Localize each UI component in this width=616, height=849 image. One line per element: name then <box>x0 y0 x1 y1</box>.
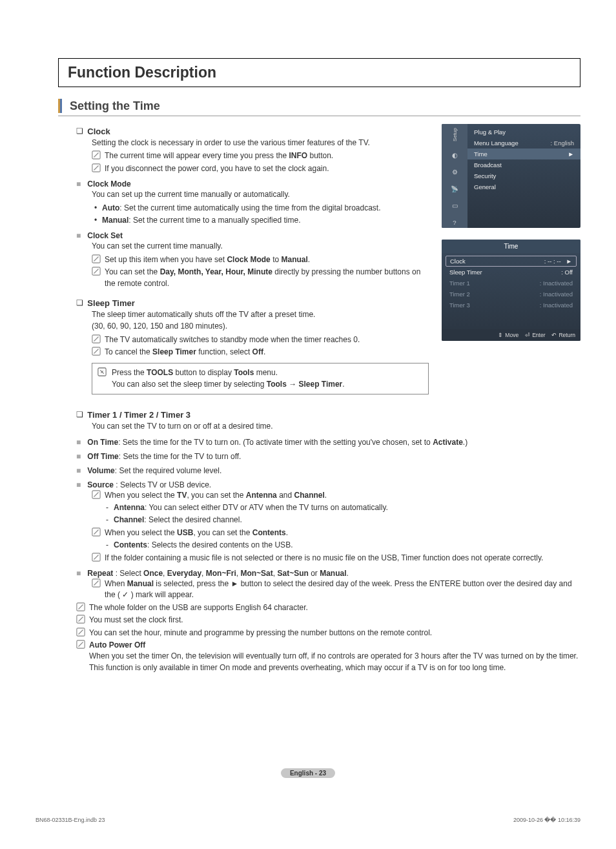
osd-time-title: Time <box>442 240 580 253</box>
enter-icon: ⏎ <box>525 332 530 338</box>
osd-time-list: Clock: -- : --►Sleep Timer: OffTimer 1: … <box>442 253 580 329</box>
manual-page: Function Description Setting the Time ❏ … <box>0 0 616 849</box>
section-accent-bar <box>58 99 62 113</box>
right-column: Setup ◐ ⚙ 📡 ▭ ? Plug & PlayMenu Language… <box>442 124 580 401</box>
general-note-1: The whole folder on the USB are supports… <box>76 602 580 613</box>
note-icon <box>76 615 85 626</box>
sleep-timer-heading: ❏ Sleep Timer <box>76 298 429 308</box>
source-row: ■ Source : Selects TV or USB device. <box>76 480 580 489</box>
tools-tip-box: Press the TOOLS button to display Tools … <box>92 363 429 394</box>
clock-intro: Setting the clock is necessary in order … <box>92 138 429 148</box>
page-meta: BN68-02331B-Eng.indb 23 2009-10-26 �� 10… <box>36 817 580 823</box>
source-note-usb: When you select the USB, you can set the… <box>92 527 580 538</box>
section-title: Setting the Time <box>70 99 160 113</box>
sleep-timer-note-2: To cancel the Sleep Timer function, sele… <box>92 347 429 358</box>
bookmark-icon: ❏ <box>76 298 85 307</box>
osd-time-row: Clock: -- : --► <box>446 256 577 267</box>
page-number-pill: English - 23 <box>281 768 335 778</box>
osd-footer-enter: ⏎Enter <box>525 332 545 338</box>
left-column: ❏ Clock Setting the clock is necessary i… <box>58 124 429 401</box>
osd-sidebar-label: Setup <box>452 128 458 141</box>
bookmark-icon: ❏ <box>76 127 85 136</box>
note-icon <box>92 254 101 265</box>
clock-mode-heading: ■ Clock Mode <box>76 179 429 189</box>
main-title-box: Function Description <box>58 58 580 87</box>
setup-gear-icon: ⚙ <box>449 167 460 178</box>
clock-set-note-2: You can set the Day, Month, Year, Hour, … <box>92 267 429 289</box>
clock-note-2: If you disconnect the power cord, you ha… <box>92 163 429 174</box>
timers-heading: ❏ Timer 1 / Timer 2 / Timer 3 <box>76 410 580 420</box>
osd-time-row: Sleep Timer: Off <box>442 267 580 278</box>
square-bullet-icon: ■ <box>76 480 85 489</box>
osd-time-panel: Time Clock: -- : --►Sleep Timer: OffTime… <box>442 240 580 341</box>
general-note-3: You can set the hour, minute and program… <box>76 628 580 639</box>
on-time-row: ■ On Time: Sets the time for the TV to t… <box>76 438 580 447</box>
osd-footer-return: ↶Return <box>551 332 575 338</box>
page-footer: English - 23 <box>0 768 616 778</box>
clock-mode-manual: Manual: Set the current time to a manual… <box>92 215 429 226</box>
auto-power-off: Auto Power OffWhen you set the timer On,… <box>76 640 580 673</box>
input-icon: ▭ <box>449 201 460 211</box>
osd-footer-move: ⇕Move <box>498 332 518 338</box>
clock-set-note-1: Set up this item when you have set Clock… <box>92 254 429 265</box>
antenna-row: Antenna: You can select either DTV or AT… <box>105 502 580 513</box>
bookmark-icon: ❏ <box>76 410 85 419</box>
repeat-note: When Manual is selected, press the ► but… <box>92 578 580 601</box>
clock-note-1: The current time will appear every time … <box>92 150 429 161</box>
general-note-2: You must set the clock first. <box>76 615 580 626</box>
sleep-timer-line2: (30, 60, 90, 120, 150 and 180 minutes). <box>92 321 429 332</box>
osd-setup-list: Plug & PlayMenu Language: EnglishTime►Br… <box>467 124 580 228</box>
square-bullet-icon: ■ <box>76 179 85 189</box>
return-icon: ↶ <box>551 332 557 338</box>
picture-icon: ◐ <box>449 150 460 161</box>
square-bullet-icon: ■ <box>76 466 85 475</box>
osd-setup-panel: Setup ◐ ⚙ 📡 ▭ ? Plug & PlayMenu Language… <box>442 124 580 228</box>
main-title: Function Description <box>68 64 216 81</box>
contents-row: Contents: Selects the desired contents o… <box>105 540 580 551</box>
osd-setup-row: Plug & Play <box>467 127 580 138</box>
note-icon <box>76 628 85 639</box>
source-note-tv: When you select the TV, you can set the … <box>92 490 580 501</box>
note-icon <box>92 347 101 358</box>
osd-setup-row: Menu Language: English <box>467 138 580 148</box>
content-row: ❏ Clock Setting the clock is necessary i… <box>58 124 580 401</box>
volume-row: ■ Volume: Set the required volume level. <box>76 466 580 475</box>
osd-setup-row: General <box>467 181 580 192</box>
sleep-timer-line1: The sleep timer automatically shuts off … <box>92 309 429 320</box>
timers-intro: You can set the TV to turn on or off at … <box>92 421 580 432</box>
osd-time-row: Timer 2: Inactivated <box>442 289 580 300</box>
osd-setup-row: Security <box>467 170 580 181</box>
section-header: Setting the Time <box>58 99 580 116</box>
meta-filename: BN68-02331B-Eng.indb 23 <box>36 817 105 823</box>
osd-setup-row: Time► <box>467 148 580 159</box>
note-icon <box>92 527 101 538</box>
sleep-timer-note-1: The TV automatically switches to standby… <box>92 334 429 345</box>
square-bullet-icon: ■ <box>76 569 85 578</box>
clock-mode-auto: Auto: Set the current time automatically… <box>92 203 429 214</box>
updown-icon: ⇕ <box>498 332 503 338</box>
clock-set-heading: ■ Clock Set <box>76 231 429 240</box>
note-icon <box>92 267 101 278</box>
osd-time-row: Timer 1: Inactivated <box>442 278 580 289</box>
note-icon <box>92 163 101 174</box>
clock-heading: ❏ Clock <box>76 127 429 136</box>
osd-time-footer: ⇕Move ⏎Enter ↶Return <box>442 329 580 341</box>
square-bullet-icon: ■ <box>76 438 85 447</box>
note-icon <box>92 150 101 161</box>
note-icon <box>76 602 85 613</box>
off-time-row: ■ Off Time: Sets the time for the TV to … <box>76 452 580 461</box>
repeat-row: ■ Repeat : Select Once, Everyday, Mon~Fr… <box>76 569 580 578</box>
osd-setup-row: Broadcast <box>467 159 580 170</box>
antenna-icon: 📡 <box>449 184 460 194</box>
meta-timestamp: 2009-10-26 �� 10:16:39 <box>513 817 580 823</box>
osd-time-row: Timer 3: Inactivated <box>442 300 580 311</box>
osd-setup-sidebar: Setup ◐ ⚙ 📡 ▭ ? <box>442 124 467 228</box>
support-icon: ? <box>449 218 460 228</box>
note-icon <box>76 640 85 651</box>
note-icon <box>92 490 101 501</box>
note-icon <box>92 578 101 589</box>
clock-mode-intro: You can set up the current time manually… <box>92 189 429 200</box>
channel-row: Channel: Select the desired channel. <box>105 515 580 526</box>
square-bullet-icon: ■ <box>76 452 85 461</box>
clock-set-intro: You can set the current time manually. <box>92 241 429 252</box>
